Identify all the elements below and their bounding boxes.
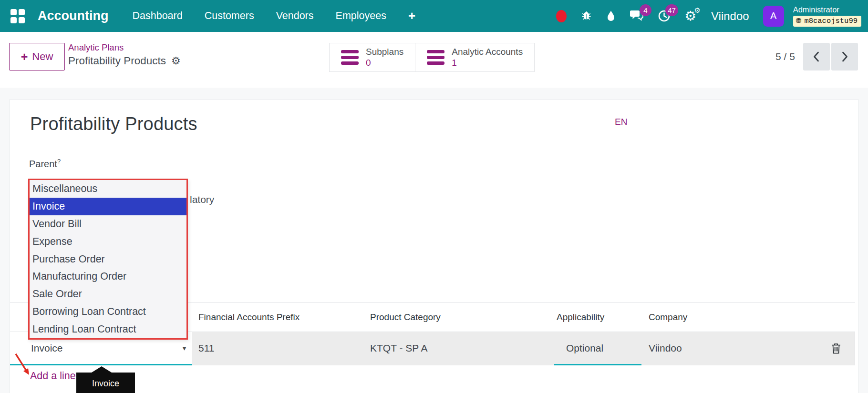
analytic-accounts-count: 1 [452,58,457,69]
help-icon: ? [57,158,61,165]
action-gear-icon[interactable]: ⚙ [171,56,181,66]
cell-company[interactable]: Viindoo [649,332,682,364]
nav-plus-icon[interactable]: + [408,9,415,23]
dropdown-option-sale-order[interactable]: Sale Order [30,285,186,303]
dropdown-option-vendor-bill[interactable]: Vendor Bill [30,215,186,233]
caret-down-icon: ▾ [183,344,186,352]
database-name: m8cacojstu99 [804,17,858,25]
analytic-accounts-button[interactable]: Analytic Accounts 1 [415,43,535,72]
dropdown-option-borrowing-loan-contract[interactable]: Borrowing Loan Contract [30,303,186,321]
nav-dashboard[interactable]: Dashboard [133,10,183,22]
cell-prefix[interactable]: 511 [198,332,214,364]
nav-customers[interactable]: Customers [205,10,254,22]
cell-applicability[interactable]: Optional [554,332,641,365]
breadcrumb: Analytic Plans Profitability Products ⚙ [68,42,181,67]
tooltip-caret [92,366,112,373]
dropdown-option-purchase-order[interactable]: Purchase Order [30,251,186,268]
dropdown-option-lending-loan-contract[interactable]: Lending Loan Contract [30,321,186,338]
gear-glyph-small: ⚙ [694,6,701,15]
database-icon: ⛃ [796,18,802,24]
app-name[interactable]: Accounting [38,9,109,23]
new-button[interactable]: + New [9,43,65,71]
form-card: Profitability Products EN Parent? latory… [10,99,858,393]
settings-gears-icon[interactable]: ⚙ ⚙ [684,10,696,23]
record-indicator-icon[interactable] [556,10,567,22]
dropdown-option-invoice[interactable]: Invoice [30,198,186,215]
cell-category[interactable]: KTQT - SP A [370,332,428,364]
subplans-count: 0 [366,58,371,69]
app-window: Accounting Dashboard Customers Vendors E… [0,0,868,393]
bug-icon[interactable] [580,10,592,22]
language-badge[interactable]: EN [615,117,627,127]
dropdown-option-miscellaneous[interactable]: Miscellaneous [30,180,186,198]
user-name: Administrator [793,5,839,14]
activity-clock-icon[interactable]: 47 [658,10,671,22]
messages-icon[interactable]: 4 [630,10,644,22]
list-icon [341,50,359,65]
subplans-button[interactable]: Subplans 0 [329,43,415,72]
parent-dropdown-list: Miscellaneous Invoice Vendor Bill Expens… [28,179,188,340]
parent-field-label: Parent? [29,158,61,170]
page-title[interactable]: Profitability Products [30,114,197,134]
new-button-label: New [32,50,53,63]
topbar-right: 4 47 ⚙ ⚙ Viindoo A Administrator ⛃ m8cac… [556,5,861,27]
pager-next-button[interactable] [831,43,858,71]
database-badge: ⛃ m8cacojstu99 [793,16,861,27]
tooltip: Invoice [76,373,135,393]
top-navbar: Accounting Dashboard Customers Vendors E… [0,0,868,32]
nav-vendors[interactable]: Vendors [276,10,314,22]
parent-label-text: Parent [29,159,57,169]
dropdown-option-expense[interactable]: Expense [30,233,186,251]
analytic-accounts-label: Analytic Accounts [452,47,523,58]
droplet-icon[interactable] [606,10,616,22]
avatar[interactable]: A [763,6,784,27]
subplans-label: Subplans [366,47,403,58]
main-menu: Dashboard Customers Vendors Employees + [133,9,416,23]
pager-count: 5 / 5 [775,51,795,62]
nav-employees[interactable]: Employees [336,10,386,22]
plus-icon: + [21,50,28,64]
brand-link[interactable]: Viindoo [711,10,749,23]
breadcrumb-current: Profitability Products [68,55,166,67]
user-menu[interactable]: Administrator ⛃ m8cacojstu99 [793,5,861,27]
messages-badge: 4 [640,4,651,16]
column-header-prefix: Financial Accounts Prefix [198,303,300,332]
pager-previous-button[interactable] [803,43,830,71]
stat-buttons: Subplans 0 Analytic Accounts 1 [329,43,535,72]
list-icon [427,50,444,65]
pager: 5 / 5 [775,43,858,71]
clipped-text-mandatory: latory [190,194,214,205]
control-panel: + New Analytic Plans Profitability Produ… [0,32,868,88]
apps-menu-icon[interactable] [10,9,25,23]
activity-badge: 47 [665,4,678,16]
column-header-applicability: Applicability [557,303,604,332]
breadcrumb-parent[interactable]: Analytic Plans [68,42,181,53]
trash-icon[interactable] [831,343,841,356]
column-header-company: Company [649,303,687,332]
column-header-category: Product Category [370,303,441,332]
annotation-arrow [12,351,45,387]
dropdown-option-manufacturing-order[interactable]: Manufacturing Order [30,268,186,285]
